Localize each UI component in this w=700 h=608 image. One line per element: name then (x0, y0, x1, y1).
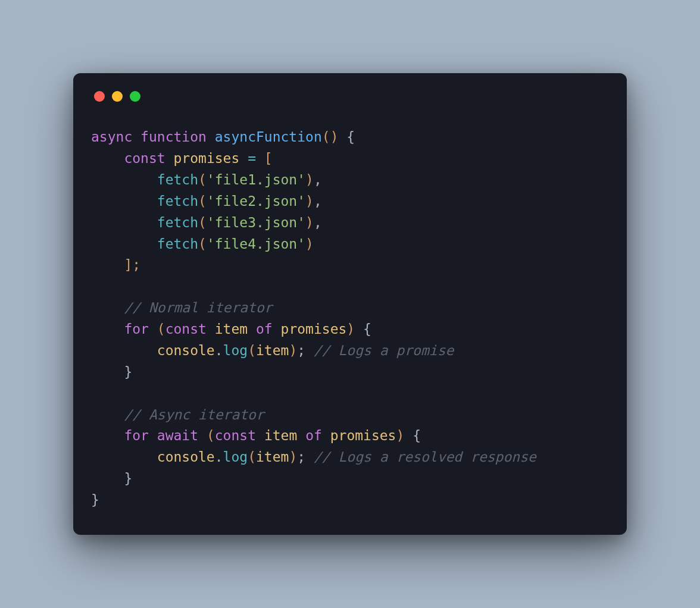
function-name: asyncFunction (215, 129, 322, 145)
string-file2: 'file2.json' (207, 193, 305, 209)
keyword-of: of (305, 428, 322, 443)
bracket-open: [ (264, 151, 273, 166)
keyword-for: for (124, 428, 149, 443)
paren-close: ) (305, 172, 314, 187)
paren-open: ( (248, 343, 256, 358)
fn-fetch: fetch (157, 236, 198, 252)
identifier-promises: promises (281, 321, 347, 337)
identifier-promises: promises (330, 428, 396, 443)
paren-open: ( (198, 193, 207, 209)
paren-open: ( (157, 321, 165, 337)
comma: , (314, 172, 322, 187)
dot: . (215, 343, 223, 358)
maximize-icon[interactable] (130, 91, 140, 102)
identifier-promises: promises (174, 151, 240, 166)
close-icon[interactable] (94, 91, 105, 102)
method-log: log (223, 343, 248, 358)
brace-open: { (346, 129, 355, 145)
string-file3: 'file3.json' (207, 215, 305, 230)
fn-fetch: fetch (157, 193, 198, 209)
method-log: log (223, 449, 248, 465)
comma: , (314, 215, 322, 230)
window-controls (94, 91, 609, 102)
paren-open: ( (198, 172, 207, 187)
keyword-for: for (124, 321, 149, 337)
paren-open: ( (198, 236, 207, 252)
keyword-await: await (157, 428, 198, 443)
paren-close: ) (289, 449, 297, 465)
code-block: async function asyncFunction() { const p… (91, 127, 609, 511)
fn-fetch: fetch (157, 215, 198, 230)
comment-normal-iterator: // Normal iterator (124, 300, 272, 315)
brace-close: } (91, 492, 99, 507)
string-file4: 'file4.json' (207, 236, 305, 252)
string-file1: 'file1.json' (207, 172, 305, 187)
identifier-console: console (157, 449, 215, 465)
identifier-item: item (256, 343, 289, 358)
paren-close: ) (289, 343, 297, 358)
dot: . (215, 449, 223, 465)
keyword-const: const (124, 151, 165, 166)
paren-close: ) (305, 193, 314, 209)
comma: , (314, 193, 322, 209)
identifier-item: item (264, 428, 297, 443)
comment-logs-resolved: // Logs a resolved response (314, 449, 536, 465)
fn-fetch: fetch (157, 172, 198, 187)
keyword-const: const (165, 321, 207, 337)
bracket-close: ]; (124, 257, 140, 272)
comment-async-iterator: // Async iterator (124, 407, 264, 422)
comment-logs-promise: // Logs a promise (314, 343, 454, 358)
brace-open: { (363, 321, 371, 337)
keyword-of: of (256, 321, 273, 337)
paren-close: ) (305, 215, 314, 230)
brace-open: { (412, 428, 421, 443)
minimize-icon[interactable] (112, 91, 123, 102)
brace-close: } (124, 471, 132, 486)
code-window: async function asyncFunction() { const p… (73, 73, 627, 535)
paren-open: ( (207, 428, 215, 443)
paren-close: ) (396, 428, 404, 443)
paren-open: ( (322, 129, 330, 145)
semicolon: ; (297, 343, 305, 358)
keyword-const: const (215, 428, 256, 443)
identifier-item: item (256, 449, 289, 465)
keyword-function: function (140, 129, 207, 145)
paren-close: ) (330, 129, 339, 145)
paren-open: ( (248, 449, 256, 465)
operator-equals: = (248, 151, 256, 166)
paren-close: ) (346, 321, 355, 337)
paren-open: ( (198, 215, 207, 230)
identifier-item: item (215, 321, 248, 337)
keyword-async: async (91, 129, 132, 145)
brace-close: } (124, 364, 132, 380)
semicolon: ; (297, 449, 305, 465)
identifier-console: console (157, 343, 215, 358)
paren-close: ) (305, 236, 314, 252)
